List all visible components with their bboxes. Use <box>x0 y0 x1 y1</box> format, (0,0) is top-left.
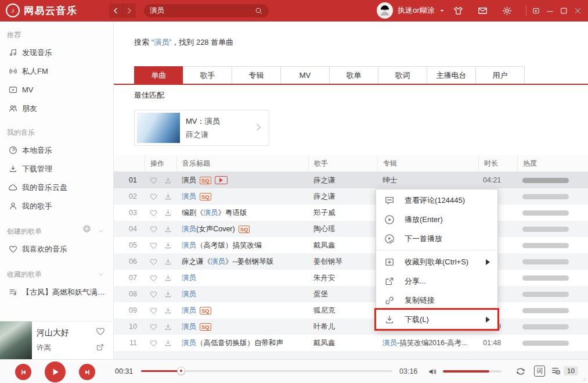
collapse-chevron-icon[interactable] <box>97 270 105 278</box>
resize-grip[interactable] <box>579 374 587 382</box>
mv-badge-icon[interactable] <box>215 176 228 184</box>
table-row[interactable]: 03 编剧《演员》粤语版 郑子威 <box>114 205 588 221</box>
song-title[interactable]: 演员（高低音切换版）自带和声 <box>176 338 308 348</box>
download-icon[interactable] <box>164 192 172 201</box>
table-row[interactable]: 10 演员SQ 叶希儿 精选翻唱集 04:19 <box>114 318 588 335</box>
forward-button[interactable] <box>122 3 136 18</box>
song-artist[interactable]: 薛之谦 <box>308 176 377 185</box>
sidebar-item-friends[interactable]: 朋友 <box>0 99 113 118</box>
tab-lyrics[interactable]: 歌词 <box>378 66 427 84</box>
like-heart-icon[interactable] <box>149 339 158 348</box>
volume-bar[interactable] <box>443 370 502 373</box>
song-album[interactable]: 演员-搞笑改编2016-高考... <box>377 338 478 348</box>
menu-item-add-to-playlist[interactable]: 收藏到歌单(Ctrl+S) <box>376 252 497 271</box>
playlist-button[interactable]: 10 <box>550 365 578 377</box>
tab-artists[interactable]: 歌手 <box>183 66 232 84</box>
sidebar-item-local-music[interactable]: 本地音乐 <box>0 141 113 160</box>
sidebar-item-mv[interactable]: MV <box>0 81 113 99</box>
table-row[interactable]: 05 演员（高考版）搞笑改编 戴凤鑫 <box>114 237 588 253</box>
like-heart-icon[interactable] <box>149 176 158 185</box>
sidebar-item-cloud-disk[interactable]: 我的音乐云盘 <box>0 178 113 197</box>
settings-gear-icon[interactable] <box>502 5 513 16</box>
search-icon[interactable] <box>254 6 263 15</box>
song-title[interactable]: 编剧《演员》粤语版 <box>176 208 308 218</box>
song-title[interactable]: 演员SQ <box>176 176 308 185</box>
tab-mv[interactable]: MV <box>280 66 330 84</box>
share-icon[interactable] <box>95 342 105 352</box>
like-heart-icon[interactable] <box>149 274 158 282</box>
menu-item-share[interactable]: 分享... <box>376 271 497 291</box>
song-title[interactable]: 演员 <box>176 289 308 299</box>
song-title[interactable]: 演员SQ <box>176 322 308 332</box>
now-playing-artist[interactable]: 许嵩 <box>37 343 51 353</box>
table-row[interactable]: 01 演员SQ 薛之谦 绅士 04:21 <box>114 172 588 188</box>
menu-item-play[interactable]: 播放(Enter) <box>376 210 497 229</box>
play-button[interactable] <box>45 361 66 382</box>
sidebar-item-liked-music[interactable]: 我喜欢的音乐 <box>0 240 113 259</box>
volume-speaker-icon[interactable] <box>427 366 438 377</box>
download-icon[interactable] <box>164 241 172 250</box>
back-button[interactable] <box>109 3 122 18</box>
download-icon[interactable] <box>164 176 172 185</box>
now-playing-cover[interactable] <box>0 321 32 359</box>
table-row[interactable]: 09 演员SQ 狐尼克 <box>114 302 588 318</box>
table-row[interactable]: 04 演员 (女声Cover)SQ 陶心瑶 <box>114 221 588 237</box>
song-artist[interactable]: 郑子威 <box>308 208 377 218</box>
tab-songs[interactable]: 单曲 <box>134 66 183 84</box>
song-artist[interactable]: 戴凤鑫 <box>308 241 377 250</box>
like-heart-icon[interactable] <box>149 192 158 201</box>
sidebar-item-download-manager[interactable]: 下载管理 <box>0 160 113 178</box>
collapse-chevron-icon[interactable] <box>97 227 105 235</box>
song-title[interactable]: 演员 <box>176 273 308 283</box>
avatar[interactable] <box>377 2 393 19</box>
minimize-icon[interactable] <box>546 6 554 15</box>
message-mail-icon[interactable] <box>477 5 488 16</box>
song-title[interactable]: 薛之谦《演员》--姜创钢琴版 <box>176 257 308 267</box>
song-artist[interactable]: 姜创钢琴 <box>308 257 377 267</box>
table-row[interactable]: 07 演员 朱舟安 <box>114 270 588 286</box>
lyrics-icon[interactable]: 词 <box>534 366 545 377</box>
download-icon[interactable] <box>164 290 172 299</box>
tab-albums[interactable]: 专辑 <box>232 66 281 84</box>
song-artist[interactable]: 薛之谦 <box>308 192 377 202</box>
sidebar-item-fm[interactable]: 私人FM <box>0 62 113 81</box>
download-icon[interactable] <box>164 209 172 217</box>
table-row[interactable]: 08 演员 蛋堡 <box>114 286 588 302</box>
like-heart-icon[interactable] <box>149 257 158 266</box>
like-heart-icon[interactable] <box>149 225 158 234</box>
menu-item-copy-link[interactable]: 复制链接 <box>376 291 497 310</box>
progress-bar[interactable] <box>141 370 392 372</box>
user-menu[interactable]: 执迷or糊涂 <box>377 2 446 19</box>
close-icon[interactable] <box>573 6 582 15</box>
like-heart-icon[interactable] <box>149 209 158 217</box>
table-row[interactable]: 02 演员SQ 薛之谦 <box>114 188 588 205</box>
maximize-icon[interactable] <box>560 6 568 15</box>
best-match-mv-card[interactable]: MV：演员 薛之谦 <box>134 110 269 146</box>
table-row[interactable]: 06 薛之谦《演员》--姜创钢琴版 姜创钢琴 <box>114 253 588 270</box>
download-icon[interactable] <box>164 339 172 348</box>
add-playlist-icon[interactable] <box>82 223 92 240</box>
menu-item-view-comments[interactable]: 查看评论(124445) <box>376 191 497 210</box>
song-title[interactable]: 演员 (女声Cover)SQ <box>176 224 308 234</box>
like-heart-icon[interactable] <box>149 306 158 315</box>
song-artist[interactable]: 陶心瑶 <box>308 224 377 234</box>
download-icon[interactable] <box>164 306 172 315</box>
loop-mode-icon[interactable] <box>514 365 527 378</box>
tab-radio[interactable]: 主播电台 <box>427 66 476 84</box>
song-artist[interactable]: 戴凤鑫 <box>308 338 377 348</box>
song-title[interactable]: 演员SQ <box>176 192 308 202</box>
download-icon[interactable] <box>164 257 172 266</box>
sidebar-item-collected-playlist[interactable]: 【古风】高燃和妖气满满… <box>0 283 113 302</box>
sidebar-item-my-artists[interactable]: 我的歌手 <box>0 197 113 216</box>
sidebar-item-discover[interactable]: 发现音乐 <box>0 44 113 62</box>
tab-playlists[interactable]: 歌单 <box>329 66 378 84</box>
song-title[interactable]: 演员（高考版）搞笑改编 <box>176 241 308 250</box>
theme-shirt-icon[interactable] <box>453 5 464 16</box>
song-title[interactable]: 演员SQ <box>176 306 308 316</box>
menu-item-play-next[interactable]: 下一首播放 <box>376 229 497 248</box>
progress-knob[interactable] <box>177 367 185 375</box>
table-row[interactable]: 11 演员（高低音切换版）自带和声 戴凤鑫 演员-搞笑改编2016-高考... … <box>114 335 588 351</box>
previous-button[interactable] <box>15 364 31 380</box>
next-button[interactable] <box>79 364 95 380</box>
app-logo[interactable]: ♪ 网易云音乐 <box>6 3 78 17</box>
